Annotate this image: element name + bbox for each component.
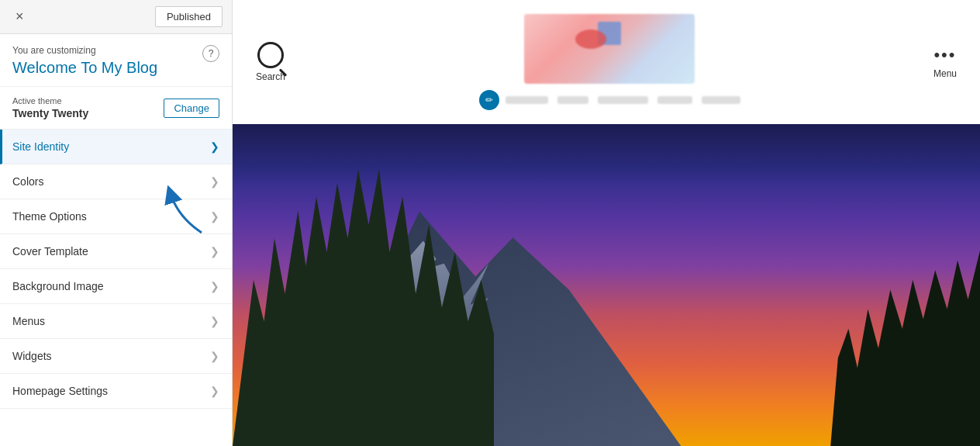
chevron-right-icon: ❯	[210, 140, 219, 153]
theme-name: Twenty Twenty	[12, 107, 88, 119]
help-button[interactable]: ?	[202, 45, 219, 62]
nav-item-label: Homepage Settings	[12, 385, 108, 397]
nav-link	[657, 96, 692, 104]
nav-item-homepage-settings[interactable]: Homepage Settings ❯	[0, 374, 232, 409]
nav-link	[506, 96, 548, 104]
chevron-right-icon: ❯	[210, 245, 219, 258]
nav-item-colors[interactable]: Colors ❯	[0, 164, 232, 199]
nav-item-label: Site Identity	[12, 140, 69, 153]
edit-nav-button[interactable]: ✏	[479, 90, 499, 110]
nav-item-background-image[interactable]: Background Image ❯	[0, 269, 232, 304]
nav-item-widgets[interactable]: Widgets ❯	[0, 339, 232, 374]
site-logo	[524, 14, 695, 84]
customizer-sidebar: × Published You are customizing Welcome …	[0, 0, 233, 446]
nav-link	[598, 96, 648, 104]
chevron-right-icon: ❯	[210, 175, 219, 188]
nav-item-label: Background Image	[12, 280, 104, 292]
menu-label: Menu	[933, 68, 957, 79]
nav-link	[702, 96, 740, 104]
nav-item-label: Theme Options	[12, 210, 87, 223]
preview-header: Search ✏ ••• Menu	[233, 0, 980, 124]
nav-item-site-identity[interactable]: Site Identity ❯	[0, 130, 232, 164]
menu-button[interactable]: ••• Menu	[933, 45, 957, 79]
customizing-section: You are customizing Welcome To My Blog ?	[0, 34, 232, 87]
nav-list: Site Identity ❯ Colors ❯ Theme Options ❯…	[0, 130, 232, 409]
nav-link	[557, 96, 588, 104]
published-button[interactable]: Published	[155, 6, 223, 27]
site-header-center: ✏	[316, 14, 902, 110]
nav-item-theme-options[interactable]: Theme Options ❯	[0, 199, 232, 234]
chevron-right-icon: ❯	[210, 315, 219, 327]
search-icon	[257, 42, 284, 68]
nav-links	[506, 96, 740, 104]
nav-item-label: Colors	[12, 175, 43, 188]
site-nav: ✏	[479, 90, 740, 110]
trees-left	[233, 169, 494, 446]
nav-item-label: Cover Template	[12, 245, 88, 258]
nav-item-label: Menus	[12, 315, 45, 327]
chevron-right-icon: ❯	[210, 350, 219, 362]
change-theme-button[interactable]: Change	[164, 99, 219, 118]
dots-icon: •••	[933, 45, 956, 65]
search-button[interactable]: Search	[256, 42, 285, 82]
active-theme-section: Active theme Twenty Twenty Change	[0, 87, 232, 130]
nav-item-label: Widgets	[12, 350, 52, 362]
chevron-right-icon: ❯	[210, 280, 219, 292]
blog-title: Welcome To My Blog	[12, 59, 157, 77]
customizing-label: You are customizing	[12, 45, 157, 56]
top-bar: × Published	[0, 0, 232, 34]
close-icon: ×	[16, 9, 24, 24]
nav-item-cover-template[interactable]: Cover Template ❯	[0, 234, 232, 269]
search-label: Search	[256, 71, 285, 82]
preview-area: Search ✏ ••• Menu	[233, 0, 980, 446]
active-theme-label: Active theme	[12, 96, 88, 105]
hero-image	[233, 120, 980, 446]
close-button[interactable]: ×	[9, 5, 30, 28]
nav-item-menus[interactable]: Menus ❯	[0, 304, 232, 339]
chevron-right-icon: ❯	[210, 385, 219, 397]
trees-right	[830, 251, 980, 446]
chevron-right-icon: ❯	[210, 210, 219, 223]
